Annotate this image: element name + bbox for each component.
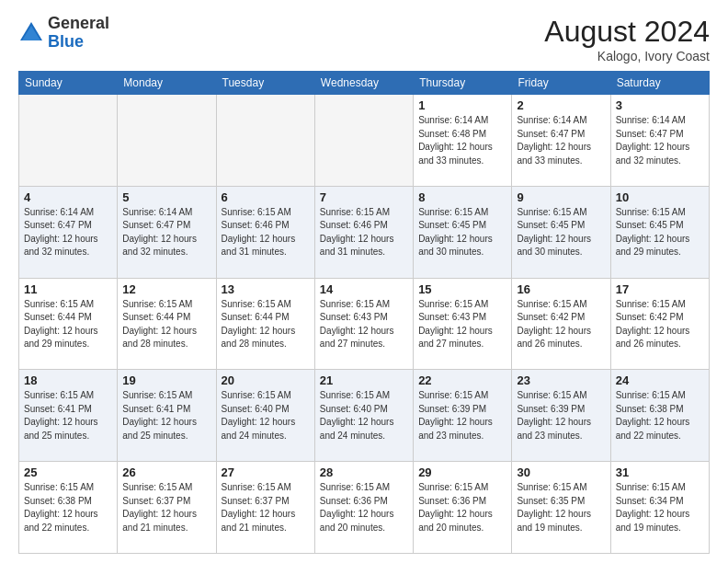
day-number: 15	[418, 282, 506, 296]
calendar-cell: 16Sunrise: 6:15 AM Sunset: 6:42 PM Dayli…	[512, 278, 610, 370]
day-number: 21	[320, 373, 408, 387]
calendar-cell: 23Sunrise: 6:15 AM Sunset: 6:39 PM Dayli…	[512, 370, 610, 462]
calendar-cell: 25Sunrise: 6:15 AM Sunset: 6:38 PM Dayli…	[19, 462, 118, 554]
calendar-cell: 1Sunrise: 6:14 AM Sunset: 6:48 PM Daylig…	[414, 95, 512, 187]
day-info: Sunrise: 6:15 AM Sunset: 6:44 PM Dayligh…	[24, 298, 112, 351]
calendar-cell	[118, 95, 216, 187]
calendar-cell: 27Sunrise: 6:15 AM Sunset: 6:37 PM Dayli…	[216, 462, 314, 554]
day-number: 17	[616, 282, 704, 296]
day-info: Sunrise: 6:14 AM Sunset: 6:48 PM Dayligh…	[418, 114, 506, 167]
calendar-cell: 6Sunrise: 6:15 AM Sunset: 6:46 PM Daylig…	[216, 186, 314, 278]
day-number: 6	[222, 190, 310, 204]
day-number: 8	[418, 190, 506, 204]
week-row-4: 18Sunrise: 6:15 AM Sunset: 6:41 PM Dayli…	[19, 370, 710, 462]
day-info: Sunrise: 6:15 AM Sunset: 6:37 PM Dayligh…	[122, 481, 210, 534]
day-info: Sunrise: 6:15 AM Sunset: 6:35 PM Dayligh…	[517, 481, 605, 534]
day-number: 20	[222, 373, 310, 387]
week-row-1: 1Sunrise: 6:14 AM Sunset: 6:48 PM Daylig…	[19, 95, 710, 187]
day-number: 3	[616, 98, 704, 112]
day-number: 9	[517, 190, 605, 204]
day-info: Sunrise: 6:15 AM Sunset: 6:46 PM Dayligh…	[320, 206, 408, 259]
day-info: Sunrise: 6:15 AM Sunset: 6:43 PM Dayligh…	[320, 298, 408, 351]
weekday-header-tuesday: Tuesday	[216, 72, 314, 95]
calendar-cell: 11Sunrise: 6:15 AM Sunset: 6:44 PM Dayli…	[19, 278, 118, 370]
header: General Blue August 2024 Kalogo, Ivory C…	[18, 15, 710, 63]
day-info: Sunrise: 6:15 AM Sunset: 6:46 PM Dayligh…	[222, 206, 310, 259]
day-number: 18	[24, 373, 112, 387]
logo: General Blue	[18, 15, 109, 52]
calendar-cell: 13Sunrise: 6:15 AM Sunset: 6:44 PM Dayli…	[216, 278, 314, 370]
calendar-cell: 24Sunrise: 6:15 AM Sunset: 6:38 PM Dayli…	[610, 370, 709, 462]
day-number: 31	[616, 465, 704, 479]
day-number: 25	[24, 465, 112, 479]
weekday-header-wednesday: Wednesday	[314, 72, 413, 95]
calendar-cell: 28Sunrise: 6:15 AM Sunset: 6:36 PM Dayli…	[314, 462, 413, 554]
calendar-cell: 14Sunrise: 6:15 AM Sunset: 6:43 PM Dayli…	[314, 278, 413, 370]
calendar-cell: 19Sunrise: 6:15 AM Sunset: 6:41 PM Dayli…	[118, 370, 216, 462]
day-number: 14	[320, 282, 408, 296]
day-number: 24	[616, 373, 704, 387]
calendar-cell: 8Sunrise: 6:15 AM Sunset: 6:45 PM Daylig…	[414, 186, 512, 278]
week-row-5: 25Sunrise: 6:15 AM Sunset: 6:38 PM Dayli…	[19, 462, 710, 554]
week-row-2: 4Sunrise: 6:14 AM Sunset: 6:47 PM Daylig…	[19, 186, 710, 278]
calendar-cell	[314, 95, 413, 187]
day-info: Sunrise: 6:15 AM Sunset: 6:43 PM Dayligh…	[418, 298, 506, 351]
day-number: 7	[320, 190, 408, 204]
calendar-cell: 10Sunrise: 6:15 AM Sunset: 6:45 PM Dayli…	[610, 186, 709, 278]
day-number: 28	[320, 465, 408, 479]
day-info: Sunrise: 6:15 AM Sunset: 6:36 PM Dayligh…	[320, 481, 408, 534]
day-number: 23	[517, 373, 605, 387]
day-number: 10	[616, 190, 704, 204]
day-number: 2	[517, 98, 605, 112]
weekday-header-sunday: Sunday	[19, 72, 118, 95]
calendar-cell: 30Sunrise: 6:15 AM Sunset: 6:35 PM Dayli…	[512, 462, 610, 554]
weekday-header-thursday: Thursday	[414, 72, 512, 95]
page: General Blue August 2024 Kalogo, Ivory C…	[0, 0, 728, 563]
day-info: Sunrise: 6:15 AM Sunset: 6:44 PM Dayligh…	[122, 298, 210, 351]
calendar-cell: 18Sunrise: 6:15 AM Sunset: 6:41 PM Dayli…	[19, 370, 118, 462]
logo-general: General	[48, 14, 109, 32]
day-number: 19	[122, 373, 210, 387]
calendar-cell: 21Sunrise: 6:15 AM Sunset: 6:40 PM Dayli…	[314, 370, 413, 462]
weekday-header-row: SundayMondayTuesdayWednesdayThursdayFrid…	[19, 72, 710, 95]
day-info: Sunrise: 6:15 AM Sunset: 6:42 PM Dayligh…	[517, 298, 605, 351]
day-number: 13	[222, 282, 310, 296]
weekday-header-friday: Friday	[512, 72, 610, 95]
day-info: Sunrise: 6:15 AM Sunset: 6:41 PM Dayligh…	[24, 389, 112, 442]
weekday-header-saturday: Saturday	[610, 72, 709, 95]
day-number: 26	[122, 465, 210, 479]
month-year: August 2024	[544, 15, 710, 49]
day-number: 12	[122, 282, 210, 296]
calendar-cell: 12Sunrise: 6:15 AM Sunset: 6:44 PM Dayli…	[118, 278, 216, 370]
day-info: Sunrise: 6:15 AM Sunset: 6:36 PM Dayligh…	[418, 481, 506, 534]
day-info: Sunrise: 6:14 AM Sunset: 6:47 PM Dayligh…	[24, 206, 112, 259]
day-number: 1	[418, 98, 506, 112]
day-info: Sunrise: 6:15 AM Sunset: 6:34 PM Dayligh…	[616, 481, 704, 534]
week-row-3: 11Sunrise: 6:15 AM Sunset: 6:44 PM Dayli…	[19, 278, 710, 370]
day-info: Sunrise: 6:15 AM Sunset: 6:45 PM Dayligh…	[616, 206, 704, 259]
calendar-cell: 31Sunrise: 6:15 AM Sunset: 6:34 PM Dayli…	[610, 462, 709, 554]
calendar-cell: 15Sunrise: 6:15 AM Sunset: 6:43 PM Dayli…	[414, 278, 512, 370]
day-info: Sunrise: 6:14 AM Sunset: 6:47 PM Dayligh…	[616, 114, 704, 167]
day-number: 29	[418, 465, 506, 479]
calendar-cell	[216, 95, 314, 187]
day-number: 5	[122, 190, 210, 204]
day-info: Sunrise: 6:14 AM Sunset: 6:47 PM Dayligh…	[517, 114, 605, 167]
calendar-cell	[19, 95, 118, 187]
calendar-cell: 17Sunrise: 6:15 AM Sunset: 6:42 PM Dayli…	[610, 278, 709, 370]
calendar-cell: 26Sunrise: 6:15 AM Sunset: 6:37 PM Dayli…	[118, 462, 216, 554]
location: Kalogo, Ivory Coast	[544, 49, 710, 63]
day-number: 11	[24, 282, 112, 296]
day-info: Sunrise: 6:15 AM Sunset: 6:45 PM Dayligh…	[517, 206, 605, 259]
day-info: Sunrise: 6:15 AM Sunset: 6:41 PM Dayligh…	[122, 389, 210, 442]
logo-blue: Blue	[48, 32, 84, 51]
day-info: Sunrise: 6:15 AM Sunset: 6:44 PM Dayligh…	[222, 298, 310, 351]
day-info: Sunrise: 6:15 AM Sunset: 6:42 PM Dayligh…	[616, 298, 704, 351]
day-number: 22	[418, 373, 506, 387]
day-info: Sunrise: 6:15 AM Sunset: 6:40 PM Dayligh…	[222, 389, 310, 442]
day-number: 27	[222, 465, 310, 479]
logo-icon	[18, 20, 44, 46]
calendar-cell: 5Sunrise: 6:14 AM Sunset: 6:47 PM Daylig…	[118, 186, 216, 278]
calendar-cell: 22Sunrise: 6:15 AM Sunset: 6:39 PM Dayli…	[414, 370, 512, 462]
weekday-header-monday: Monday	[118, 72, 216, 95]
